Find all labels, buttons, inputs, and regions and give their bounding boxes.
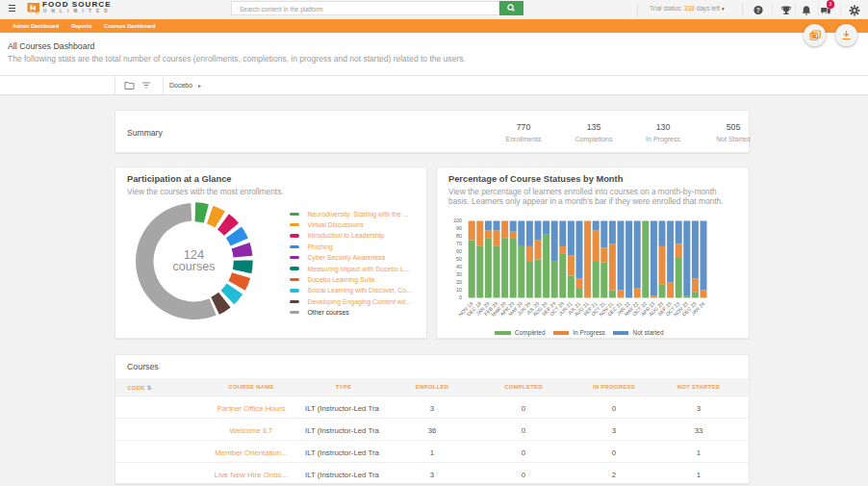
svg-text:100: 100: [453, 217, 462, 223]
svg-text:70: 70: [456, 241, 462, 246]
svg-text:50: 50: [456, 256, 462, 262]
svg-text:40: 40: [456, 264, 462, 269]
svg-text:?: ?: [756, 6, 760, 13]
svg-text:90: 90: [456, 225, 462, 231]
svg-text:60: 60: [456, 248, 462, 254]
svg-text:0: 0: [459, 294, 462, 300]
svg-text:10: 10: [456, 287, 462, 293]
svg-text:20: 20: [456, 279, 462, 285]
svg-text:80: 80: [456, 233, 462, 239]
svg-text:30: 30: [456, 271, 462, 277]
